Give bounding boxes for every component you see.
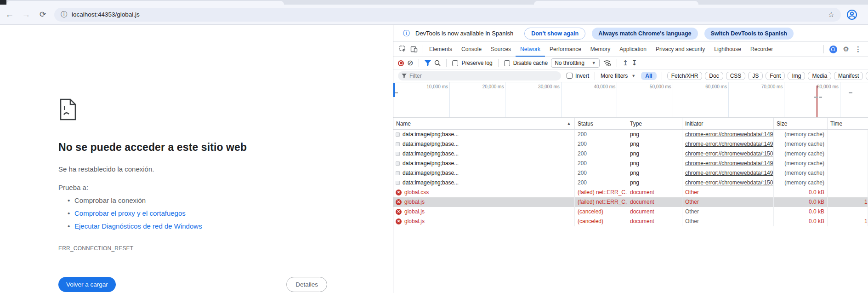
url-text[interactable]: localhost:44353/global.js <box>72 11 140 18</box>
network-request-row-data-image-png-base-[interactable]: data:image/png;base...200pngchrome-error… <box>393 149 868 159</box>
network-request-row-data-image-png-base-[interactable]: data:image/png;base...200pngchrome-error… <box>393 178 868 188</box>
request-status: (failed) net::ERR_C... <box>575 188 627 197</box>
request-initiator[interactable]: chrome-error://chromewebdata/:149 <box>682 159 774 168</box>
invert-checkbox[interactable] <box>567 73 573 79</box>
network-request-row-global-js[interactable]: ✕global.js(canceled)documentOther0.0 kB <box>393 207 868 217</box>
browser-tab[interactable] <box>534 1 698 5</box>
devtools-tab-memory[interactable]: Memory <box>586 42 615 57</box>
devtools-tab-sources[interactable]: Sources <box>486 42 516 57</box>
type-filter-fetch-xhr[interactable]: Fetch/XHR <box>667 72 703 80</box>
devtools-tab-privacy-and-security[interactable]: Privacy and security <box>651 42 709 57</box>
column-header-name[interactable]: Name ▲ <box>393 118 575 129</box>
network-conditions-icon[interactable] <box>603 60 611 66</box>
devtools-tab-elements[interactable]: Elements <box>425 42 457 57</box>
forward-icon[interactable]: → <box>19 8 33 22</box>
address-bar[interactable]: ⓘ localhost:44353/global.js ☆ <box>54 8 841 22</box>
type-filter-js[interactable]: JS <box>748 72 763 80</box>
more-filters-button[interactable]: More filters ▼ <box>601 73 635 79</box>
request-size: (memory cache) <box>774 168 828 178</box>
request-time <box>828 139 868 149</box>
request-initiator[interactable]: chrome-error://chromewebdata/:149 <box>682 168 774 178</box>
network-request-row-data-image-png-base-[interactable]: data:image/png;base...200pngchrome-error… <box>393 168 868 178</box>
reload-button[interactable]: Volver a cargar <box>58 277 116 292</box>
filter-input[interactable] <box>409 73 547 79</box>
match-chrome-language-button[interactable]: Always match Chrome's language <box>592 28 698 40</box>
column-header-status[interactable]: Status <box>575 118 627 129</box>
throttling-select[interactable]: No throttling ▼ <box>551 58 600 68</box>
request-image-icon <box>396 132 400 137</box>
ai-assistant-icon[interactable] <box>829 46 837 53</box>
sort-ascending-icon: ▲ <box>567 121 571 126</box>
type-filter-css[interactable]: CSS <box>726 72 746 80</box>
back-icon[interactable]: ← <box>3 8 17 22</box>
devtools-tab-console[interactable]: Console <box>457 42 486 57</box>
chevron-down-icon: ▼ <box>592 61 596 65</box>
export-har-icon[interactable]: ↧ <box>631 59 637 67</box>
devtools-tab-lighthouse[interactable]: Lighthouse <box>709 42 746 57</box>
network-overview-timeline[interactable]: 10,000 ms20,000 ms30,000 ms40,000 ms50,0… <box>393 82 868 118</box>
filter-funnel-icon[interactable] <box>425 60 431 66</box>
overview-handle[interactable] <box>393 83 395 97</box>
bookmark-star-icon[interactable]: ☆ <box>828 10 834 19</box>
divider <box>823 45 824 53</box>
suggestion-comprobar-el-proxy-y-el-cortafuegos[interactable]: Comprobar el proxy y el cortafuegos <box>58 207 327 220</box>
more-filters-label: More filters <box>601 73 628 79</box>
network-request-row-data-image-png-base-[interactable]: data:image/png;base...200pngchrome-error… <box>393 159 868 168</box>
record-network-log-icon[interactable] <box>398 60 404 66</box>
search-icon[interactable] <box>434 60 441 66</box>
switch-to-spanish-button[interactable]: Switch DevTools to Spanish <box>704 28 794 40</box>
filter-funnel-small-icon <box>402 74 407 78</box>
reload-icon[interactable]: ⟳ <box>36 8 50 22</box>
network-request-row-global-css[interactable]: ✕global.css(failed) net::ERR_C...documen… <box>393 188 868 197</box>
network-request-row-global-js[interactable]: ✕global.js(failed) net::ERR_C...document… <box>393 197 868 207</box>
type-filter-all[interactable]: All <box>641 72 656 80</box>
request-time <box>828 168 868 178</box>
type-filter-socket[interactable]: Socket <box>866 72 868 80</box>
request-time: 1 <box>828 217 868 226</box>
network-request-row-data-image-png-base-[interactable]: data:image/png;base...200pngchrome-error… <box>393 139 868 149</box>
inspect-element-icon[interactable] <box>397 44 408 55</box>
type-filter-doc[interactable]: Doc <box>705 72 723 80</box>
import-har-icon[interactable]: ↥ <box>623 59 629 67</box>
suggestion-ejecutar-diagn-sticos-de-red-de-windows[interactable]: Ejecutar Diagnósticos de red de Windows <box>58 220 327 233</box>
request-time <box>828 207 868 217</box>
type-filter-img[interactable]: Img <box>788 72 805 80</box>
network-request-row-data-image-png-base-[interactable]: data:image/png;base...200pngchrome-error… <box>393 130 868 139</box>
device-toolbar-icon[interactable] <box>408 44 420 55</box>
divider <box>662 72 662 80</box>
column-header-initiator[interactable]: Initiator <box>682 118 774 129</box>
column-header-type[interactable]: Type <box>627 118 682 129</box>
network-request-row-global-js[interactable]: ✕global.js(canceled)documentOther0.0 kB1 <box>393 217 868 226</box>
more-options-icon[interactable]: ⋮ <box>855 45 862 53</box>
site-info-icon[interactable]: ⓘ <box>61 11 67 19</box>
request-initiator[interactable]: chrome-error://chromewebdata/:149 <box>682 139 774 149</box>
request-initiator[interactable]: chrome-error://chromewebdata/:149 <box>682 130 774 139</box>
column-header-time[interactable]: Time <box>828 118 868 129</box>
column-header-size[interactable]: Size <box>774 118 828 129</box>
devtools-tab-application[interactable]: Application <box>615 42 651 57</box>
browser-tab[interactable] <box>6 1 284 5</box>
preserve-log-checkbox[interactable] <box>452 60 458 66</box>
filter-input-box[interactable] <box>398 71 561 80</box>
request-initiator[interactable]: chrome-error://chromewebdata/:150 <box>682 178 774 188</box>
settings-gear-icon[interactable]: ⚙ <box>843 45 849 53</box>
devtools-tab-recorder[interactable]: Recorder <box>746 42 777 57</box>
type-filter-font[interactable]: Font <box>766 72 785 80</box>
dont-show-again-button[interactable]: Don't show again <box>524 28 585 40</box>
request-time <box>828 149 868 159</box>
request-initiator: Other <box>682 217 774 226</box>
type-filter-media[interactable]: Media <box>808 72 831 80</box>
disable-cache-checkbox[interactable] <box>504 60 510 66</box>
window-corner <box>0 0 6 5</box>
profile-avatar-icon[interactable] <box>846 9 857 20</box>
devtools-tab-performance[interactable]: Performance <box>545 42 586 57</box>
devtools-tabs: ElementsConsoleSourcesNetworkPerformance… <box>425 42 777 57</box>
clear-network-log-icon[interactable]: ⊘ <box>407 59 413 67</box>
request-size: (memory cache) <box>774 139 828 149</box>
preserve-log-label: Preserve log <box>461 60 492 66</box>
network-request-table: Name ▲ Status Type Initiator Size Time d… <box>393 118 868 226</box>
type-filter-manifest[interactable]: Manifest <box>834 72 863 80</box>
details-button[interactable]: Detalles <box>286 277 327 292</box>
request-initiator[interactable]: chrome-error://chromewebdata/:150 <box>682 149 774 159</box>
devtools-tab-network[interactable]: Network <box>516 42 545 57</box>
